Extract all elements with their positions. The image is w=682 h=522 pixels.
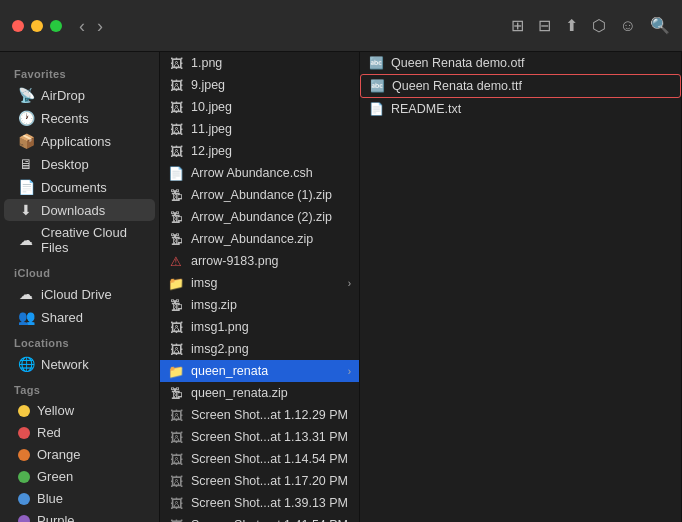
share-icon[interactable]: ⬆ — [565, 16, 578, 35]
close-button[interactable] — [12, 20, 24, 32]
file-item-screen-shot-3[interactable]: 🖼Screen Shot...at 1.14.54 PM — [160, 448, 359, 470]
image-icon: 🖼 — [168, 341, 184, 357]
sidebar-item-icloud-drive[interactable]: ☁iCloud Drive — [4, 283, 155, 305]
zip-icon: 🗜 — [168, 231, 184, 247]
file-icon: 📄 — [168, 165, 184, 181]
image-icon: 🖼 — [168, 99, 184, 115]
file-item-arrow-9183-png[interactable]: ⚠arrow-9183.png — [160, 250, 359, 272]
file-item-text-screen-shot-6: Screen Shot...at 1.41.54 PM — [191, 518, 351, 522]
zip-icon: 🗜 — [168, 209, 184, 225]
chevron-right-icon: › — [348, 278, 351, 289]
screenshot-icon: 🖼 — [168, 473, 184, 489]
file-item-text-arrow-abundance-2-zip: Arrow_Abundance (2).zip — [191, 210, 351, 224]
sidebar-item-tag-purple[interactable]: Purple — [4, 510, 155, 522]
file-item-text-screen-shot-5: Screen Shot...at 1.39.13 PM — [191, 496, 351, 510]
file-item-text-arrow-abundance-csh: Arrow Abundance.csh — [191, 166, 351, 180]
sidebar-item-airdrop[interactable]: 📡AirDrop — [4, 84, 155, 106]
file-item-arrow-abundance-2-zip[interactable]: 🗜Arrow_Abundance (2).zip — [160, 206, 359, 228]
sidebar-item-tag-green[interactable]: Green — [4, 466, 155, 487]
shared-icon: 👥 — [18, 309, 34, 325]
sidebar-item-network[interactable]: 🌐Network — [4, 353, 155, 375]
file-item-9jpeg[interactable]: 🖼9.jpeg — [160, 74, 359, 96]
sidebar-item-shared[interactable]: 👥Shared — [4, 306, 155, 328]
forward-button[interactable]: › — [92, 15, 108, 37]
action-icon[interactable]: ☺ — [620, 17, 636, 35]
preview-item-readme[interactable]: 📄README.txt — [360, 98, 681, 120]
file-item-arrow-abundance-csh[interactable]: 📄Arrow Abundance.csh — [160, 162, 359, 184]
file-item-11jpeg[interactable]: 🖼11.jpeg — [160, 118, 359, 140]
folder-icon: 📁 — [168, 275, 184, 291]
tag-dot-tag-yellow — [18, 405, 30, 417]
sidebar-item-label-tag-blue: Blue — [37, 491, 63, 506]
image-icon: 🖼 — [168, 121, 184, 137]
sidebar-item-creative-cloud[interactable]: ☁Creative Cloud Files — [4, 222, 155, 258]
view-grid-icon[interactable]: ⊞ — [511, 16, 524, 35]
file-item-10jpeg[interactable]: 🖼10.jpeg — [160, 96, 359, 118]
sidebar-item-tag-yellow[interactable]: Yellow — [4, 400, 155, 421]
file-item-text-screen-shot-2: Screen Shot...at 1.13.31 PM — [191, 430, 351, 444]
file-item-text-11jpeg: 11.jpeg — [191, 122, 351, 136]
file-item-imsg-zip[interactable]: 🗜imsg.zip — [160, 294, 359, 316]
preview-item-queen-renata-ttf[interactable]: 🔤Queen Renata demo.ttf — [360, 74, 681, 98]
file-item-12jpeg[interactable]: 🖼12.jpeg — [160, 140, 359, 162]
file-item-queen-renata-zip[interactable]: 🗜queen_renata.zip — [160, 382, 359, 404]
file-item-text-screen-shot-3: Screen Shot...at 1.14.54 PM — [191, 452, 351, 466]
screenshot-icon: 🖼 — [168, 407, 184, 423]
file-item-screen-shot-5[interactable]: 🖼Screen Shot...at 1.39.13 PM — [160, 492, 359, 514]
title-bar: ‹ › ⊞ ⊟ ⬆ ⬡ ☺ 🔍 — [0, 0, 682, 52]
file-item-screen-shot-4[interactable]: 🖼Screen Shot...at 1.17.20 PM — [160, 470, 359, 492]
search-icon[interactable]: 🔍 — [650, 16, 670, 35]
maximize-button[interactable] — [50, 20, 62, 32]
main-layout: Favorites📡AirDrop🕐Recents📦Applications🖥D… — [0, 52, 682, 522]
minimize-button[interactable] — [31, 20, 43, 32]
sidebar-item-recents[interactable]: 🕐Recents — [4, 107, 155, 129]
sidebar-item-label-desktop: Desktop — [41, 157, 89, 172]
sidebar-item-label-downloads: Downloads — [41, 203, 105, 218]
screenshot-icon: 🖼 — [168, 451, 184, 467]
sidebar-item-tag-blue[interactable]: Blue — [4, 488, 155, 509]
file-item-arrow-abundance-zip[interactable]: 🗜Arrow_Abundance.zip — [160, 228, 359, 250]
file-item-text-9jpeg: 9.jpeg — [191, 78, 351, 92]
tag-dot-tag-red — [18, 427, 30, 439]
preview-file-column: 🔤Queen Renata demo.otf🔤Queen Renata demo… — [360, 52, 682, 522]
back-button[interactable]: ‹ — [74, 15, 90, 37]
preview-item-queen-renata-otf[interactable]: 🔤Queen Renata demo.otf — [360, 52, 681, 74]
file-item-screen-shot-1[interactable]: 🖼Screen Shot...at 1.12.29 PM — [160, 404, 359, 426]
folder-icon: 📁 — [168, 363, 184, 379]
file-item-arrow-abundance-1-zip[interactable]: 🗜Arrow_Abundance (1).zip — [160, 184, 359, 206]
image-icon: 🖼 — [168, 55, 184, 71]
sidebar-item-tag-red[interactable]: Red — [4, 422, 155, 443]
sidebar-item-label-documents: Documents — [41, 180, 107, 195]
toolbar-right: ⊞ ⊟ ⬆ ⬡ ☺ 🔍 — [511, 16, 670, 35]
file-item-imsg[interactable]: 📁imsg› — [160, 272, 359, 294]
traffic-lights — [12, 20, 62, 32]
sidebar-item-label-network: Network — [41, 357, 89, 372]
file-icon: 📄 — [368, 101, 384, 117]
sidebar-item-tag-orange[interactable]: Orange — [4, 444, 155, 465]
tag-dot-tag-blue — [18, 493, 30, 505]
tag-icon[interactable]: ⬡ — [592, 16, 606, 35]
zip-icon: 🗜 — [168, 297, 184, 313]
sidebar-item-label-icloud-drive: iCloud Drive — [41, 287, 112, 302]
file-item-text-queen-renata: queen_renata — [191, 364, 341, 378]
file-item-text-imsg-zip: imsg.zip — [191, 298, 351, 312]
sidebar-item-label-tag-purple: Purple — [37, 513, 75, 522]
sidebar-item-applications[interactable]: 📦Applications — [4, 130, 155, 152]
file-item-queen-renata[interactable]: 📁queen_renata› — [160, 360, 359, 382]
file-item-text-12jpeg: 12.jpeg — [191, 144, 351, 158]
sidebar-item-downloads[interactable]: ⬇Downloads — [4, 199, 155, 221]
view-list-icon[interactable]: ⊟ — [538, 16, 551, 35]
sidebar-item-label-airdrop: AirDrop — [41, 88, 85, 103]
font-icon: 🔤 — [368, 55, 384, 71]
main-file-column: 🖼1.png🖼9.jpeg🖼10.jpeg🖼11.jpeg🖼12.jpeg📄Ar… — [160, 52, 360, 522]
file-item-imsg2-png[interactable]: 🖼imsg2.png — [160, 338, 359, 360]
file-item-screen-shot-2[interactable]: 🖼Screen Shot...at 1.13.31 PM — [160, 426, 359, 448]
file-item-imsg1-png[interactable]: 🖼imsg1.png — [160, 316, 359, 338]
network-icon: 🌐 — [18, 356, 34, 372]
sidebar-item-documents[interactable]: 📄Documents — [4, 176, 155, 198]
file-item-screen-shot-6[interactable]: 🖼Screen Shot...at 1.41.54 PM — [160, 514, 359, 522]
sidebar-item-desktop[interactable]: 🖥Desktop — [4, 153, 155, 175]
file-item-1png[interactable]: 🖼1.png — [160, 52, 359, 74]
file-item-text-imsg: imsg — [191, 276, 341, 290]
sidebar: Favorites📡AirDrop🕐Recents📦Applications🖥D… — [0, 52, 160, 522]
